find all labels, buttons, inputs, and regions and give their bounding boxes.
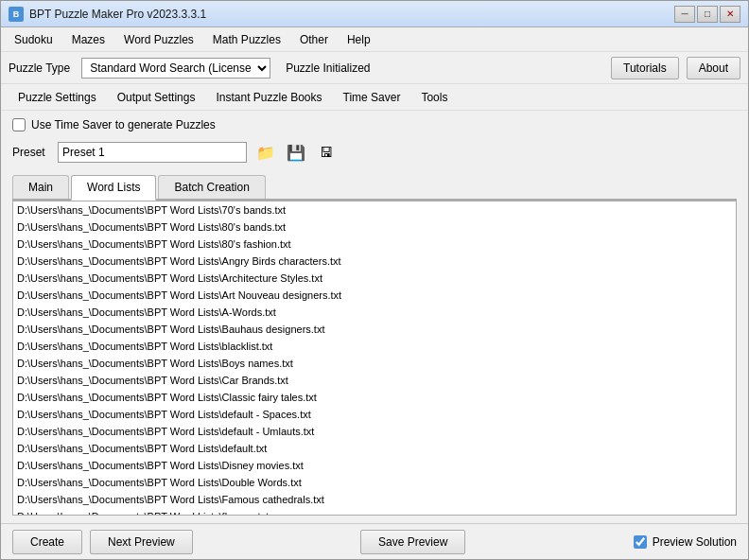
save-as-button[interactable]: 🖫 [315, 141, 338, 164]
sub-menu-time-saver[interactable]: Time Saver [334, 88, 410, 107]
list-item[interactable]: D:\Users\hans_\Documents\BPT Word Lists\… [13, 338, 736, 355]
folder-button[interactable]: 📁 [254, 141, 277, 164]
puzzle-type-select[interactable]: Standard Word Search (Licensed) [81, 58, 270, 79]
minimize-button[interactable]: ─ [674, 6, 695, 23]
time-saver-label: Use Time Saver to generate Puzzles [31, 118, 216, 131]
menu-item-math-puzzles[interactable]: Math Puzzles [203, 30, 290, 49]
word-list-container[interactable]: D:\Users\hans_\Documents\BPT Word Lists\… [12, 201, 737, 516]
preview-solution-label: Preview Solution [653, 535, 737, 549]
tab-word-lists[interactable]: Word Lists [71, 175, 156, 201]
folder-icon: 📁 [256, 144, 275, 162]
puzzle-type-label: Puzzle Type [9, 61, 70, 75]
maximize-button[interactable]: □ [697, 6, 718, 23]
sub-menu-bar: Puzzle Settings Output Settings Instant … [1, 84, 748, 111]
list-item[interactable]: D:\Users\hans_\Documents\BPT Word Lists\… [13, 219, 736, 236]
preview-solution-row: Preview Solution [634, 535, 737, 549]
list-item[interactable]: D:\Users\hans_\Documents\BPT Word Lists\… [13, 355, 736, 372]
close-button[interactable]: ✕ [720, 6, 740, 23]
puzzle-initialized-label: Puzzle Initialized [286, 61, 370, 75]
list-item[interactable]: D:\Users\hans_\Documents\BPT Word Lists\… [13, 236, 736, 253]
tutorials-button[interactable]: Tutorials [611, 57, 679, 79]
time-saver-checkbox[interactable] [12, 118, 26, 131]
save-as-icon: 🖫 [320, 145, 333, 160]
app-icon: B [9, 7, 24, 22]
menu-bar: Sudoku Mazes Word Puzzles Math Puzzles O… [1, 27, 748, 52]
bottom-bar: Create Next Preview Save Preview Preview… [1, 523, 748, 559]
list-item[interactable]: D:\Users\hans_\Documents\BPT Word Lists\… [13, 508, 736, 516]
content-area: Use Time Saver to generate Puzzles Prese… [1, 111, 748, 523]
next-preview-button[interactable]: Next Preview [90, 530, 193, 554]
menu-item-help[interactable]: Help [338, 30, 380, 49]
list-item[interactable]: D:\Users\hans_\Documents\BPT Word Lists\… [13, 287, 736, 304]
menu-item-word-puzzles[interactable]: Word Puzzles [114, 30, 203, 49]
tab-batch-creation[interactable]: Batch Creation [158, 175, 265, 199]
save-button[interactable]: 💾 [285, 141, 307, 164]
list-item[interactable]: D:\Users\hans_\Documents\BPT Word Lists\… [13, 457, 736, 474]
window-title: BPT Puzzle Maker Pro v2023.3.3.1 [29, 8, 674, 21]
title-bar: B BPT Puzzle Maker Pro v2023.3.3.1 ─ □ ✕ [1, 1, 748, 27]
create-button[interactable]: Create [12, 530, 82, 554]
toolbar-row: Puzzle Type Standard Word Search (Licens… [1, 52, 748, 84]
save-icon: 💾 [287, 144, 305, 162]
preview-solution-checkbox[interactable] [634, 535, 647, 549]
about-button[interactable]: About [687, 57, 740, 79]
window-controls: ─ □ ✕ [674, 6, 740, 23]
list-item[interactable]: D:\Users\hans_\Documents\BPT Word Lists\… [13, 253, 736, 270]
list-item[interactable]: D:\Users\hans_\Documents\BPT Word Lists\… [13, 201, 736, 219]
list-item[interactable]: D:\Users\hans_\Documents\BPT Word Lists\… [13, 491, 736, 508]
sub-menu-tools[interactable]: Tools [411, 88, 457, 107]
list-item[interactable]: D:\Users\hans_\Documents\BPT Word Lists\… [13, 270, 736, 287]
preset-row: Preset 📁 💾 🖫 [12, 141, 737, 164]
preset-input[interactable] [58, 142, 247, 163]
list-item[interactable]: D:\Users\hans_\Documents\BPT Word Lists\… [13, 423, 736, 440]
list-item[interactable]: D:\Users\hans_\Documents\BPT Word Lists\… [13, 372, 736, 389]
menu-item-other[interactable]: Other [290, 30, 338, 49]
save-preview-button[interactable]: Save Preview [360, 530, 465, 554]
sub-menu-puzzle-settings[interactable]: Puzzle Settings [9, 88, 106, 107]
list-item[interactable]: D:\Users\hans_\Documents\BPT Word Lists\… [13, 474, 736, 491]
menu-item-mazes[interactable]: Mazes [62, 30, 114, 49]
menu-item-sudoku[interactable]: Sudoku [5, 30, 62, 49]
tab-main[interactable]: Main [12, 175, 69, 199]
list-item[interactable]: D:\Users\hans_\Documents\BPT Word Lists\… [13, 304, 736, 321]
list-item[interactable]: D:\Users\hans_\Documents\BPT Word Lists\… [13, 321, 736, 338]
list-item[interactable]: D:\Users\hans_\Documents\BPT Word Lists\… [13, 389, 736, 406]
sub-menu-output-settings[interactable]: Output Settings [108, 88, 205, 107]
sub-menu-instant-puzzle-books[interactable]: Instant Puzzle Books [206, 88, 331, 107]
preset-label: Preset [12, 146, 50, 159]
tabs: Main Word Lists Batch Creation [12, 175, 737, 201]
list-item[interactable]: D:\Users\hans_\Documents\BPT Word Lists\… [13, 406, 736, 423]
main-window: B BPT Puzzle Maker Pro v2023.3.3.1 ─ □ ✕… [0, 0, 749, 560]
time-saver-row: Use Time Saver to generate Puzzles [12, 118, 737, 131]
list-item[interactable]: D:\Users\hans_\Documents\BPT Word Lists\… [13, 440, 736, 457]
